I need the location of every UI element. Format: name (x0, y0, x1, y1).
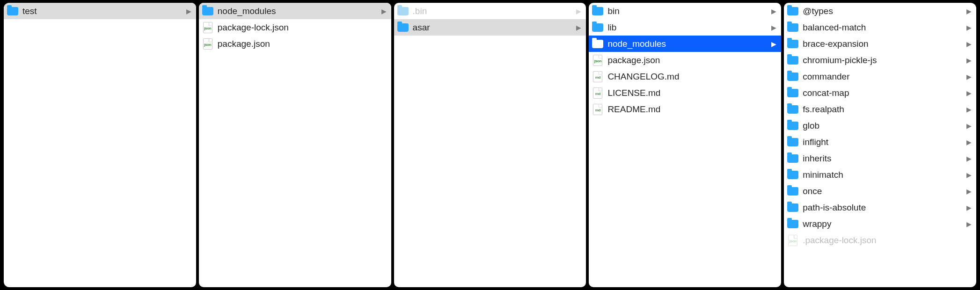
finder-columns: test▶node_modules▶jsonpackage-lock.jsonj… (4, 3, 976, 287)
folder-row-lib[interactable]: lib▶ (589, 19, 781, 36)
item-label: concat-map (803, 88, 963, 98)
item-label: test (22, 6, 183, 16)
folder-row-balanced-match[interactable]: balanced-match▶ (784, 19, 976, 36)
folder-row-chromium-pickle-js[interactable]: chromium-pickle-js▶ (784, 52, 976, 68)
chevron-right-icon: ▶ (966, 188, 972, 195)
file-row-package-json[interactable]: jsonpackage.json (589, 52, 781, 68)
folder-icon-shape (787, 72, 798, 81)
folder-icon (787, 186, 799, 196)
folder-icon (787, 203, 799, 213)
item-label: glob (803, 121, 963, 131)
file-icon-shape: json (593, 55, 602, 66)
item-label: asar (413, 22, 573, 33)
chevron-right-icon: ▶ (771, 24, 776, 31)
folder-row-glob[interactable]: glob▶ (784, 117, 976, 134)
folder-row-minimatch[interactable]: minimatch▶ (784, 167, 976, 183)
folder-row-node-modules[interactable]: node_modules▶ (589, 36, 781, 52)
folder-icon (592, 6, 604, 16)
finder-column: .bin▶asar▶ (394, 3, 586, 287)
folder-icon (787, 88, 799, 98)
folder-icon-shape (787, 105, 798, 114)
folder-icon-shape (202, 7, 213, 15)
folder-icon-shape (787, 154, 798, 163)
item-label: node_modules (607, 39, 768, 49)
folder-icon (592, 22, 604, 33)
folder-icon (397, 22, 409, 33)
finder-column: node_modules▶jsonpackage-lock.jsonjsonpa… (199, 3, 391, 287)
file-row-package-json[interactable]: jsonpackage.json (199, 36, 391, 52)
file-type-tag: json (790, 239, 797, 243)
folder-icon-shape (397, 23, 409, 32)
chevron-right-icon: ▶ (771, 40, 776, 48)
folder-icon-shape (787, 7, 798, 15)
item-label: wrappy (803, 219, 963, 229)
folder-row-test[interactable]: test▶ (4, 3, 196, 19)
file-type-tag: json (594, 59, 601, 63)
folder-icon-shape (787, 122, 798, 130)
folder-icon-shape (787, 40, 798, 48)
chevron-right-icon: ▶ (966, 171, 972, 179)
file-icon-shape: json (203, 22, 212, 33)
folder-row-asar[interactable]: asar▶ (394, 19, 586, 36)
file-row-package-lock-json[interactable]: json.package-lock.json (784, 232, 976, 248)
item-label: LICENSE.md (607, 88, 776, 98)
folder-icon-shape (592, 7, 603, 15)
finder-column: bin▶lib▶node_modules▶jsonpackage.jsonmdC… (589, 3, 781, 287)
item-label: .package-lock.json (803, 235, 972, 246)
folder-row-inflight[interactable]: inflight▶ (784, 134, 976, 150)
chevron-right-icon: ▶ (966, 155, 972, 162)
file-row-license-md[interactable]: mdLICENSE.md (589, 85, 781, 101)
chevron-right-icon: ▶ (966, 122, 972, 130)
folder-row-wrappy[interactable]: wrappy▶ (784, 216, 976, 232)
chevron-right-icon: ▶ (966, 40, 972, 48)
folder-row-path-is-absolute[interactable]: path-is-absolute▶ (784, 199, 976, 216)
file-type-tag: json (204, 26, 211, 30)
file-icon-shape: md (593, 87, 602, 99)
chevron-right-icon: ▶ (576, 7, 581, 15)
file-row-package-lock-json[interactable]: jsonpackage-lock.json (199, 19, 391, 36)
file-icon-shape: json (788, 235, 797, 246)
item-label: bin (607, 6, 768, 16)
item-label: @types (803, 6, 963, 16)
file-icon-shape: json (203, 38, 212, 50)
item-label: package.json (607, 55, 776, 65)
folder-row-commander[interactable]: commander▶ (784, 68, 976, 85)
file-icon: md (592, 72, 604, 82)
file-icon-shape: md (593, 71, 602, 82)
folder-icon (787, 55, 799, 65)
file-icon: md (592, 88, 604, 98)
item-label: .bin (413, 6, 573, 16)
file-row-readme-md[interactable]: mdREADME.md (589, 101, 781, 117)
folder-row-concat-map[interactable]: concat-map▶ (784, 85, 976, 101)
finder-column: @types▶balanced-match▶brace-expansion▶ch… (784, 3, 976, 287)
folder-row-fs-realpath[interactable]: fs.realpath▶ (784, 101, 976, 117)
folder-row-once[interactable]: once▶ (784, 183, 976, 199)
folder-row-node-modules[interactable]: node_modules▶ (199, 3, 391, 19)
folder-icon (787, 170, 799, 180)
folder-icon (787, 22, 799, 33)
folder-icon-shape (397, 7, 409, 15)
chevron-right-icon: ▶ (966, 24, 972, 31)
file-row-changelog-md[interactable]: mdCHANGELOG.md (589, 68, 781, 85)
folder-icon (787, 153, 799, 164)
item-label: commander (803, 72, 963, 82)
folder-icon-shape (787, 138, 798, 146)
chevron-right-icon: ▶ (966, 204, 972, 211)
chevron-right-icon: ▶ (966, 73, 972, 80)
folder-icon-shape (592, 23, 603, 32)
folder-icon (787, 137, 799, 147)
folder-icon (787, 121, 799, 131)
folder-row-bin[interactable]: .bin▶ (394, 3, 586, 19)
folder-row-bin[interactable]: bin▶ (589, 3, 781, 19)
folder-icon (592, 39, 604, 49)
file-type-tag: md (595, 92, 600, 96)
chevron-right-icon: ▶ (966, 138, 972, 146)
folder-row-inherits[interactable]: inherits▶ (784, 150, 976, 167)
folder-row-brace-expansion[interactable]: brace-expansion▶ (784, 36, 976, 52)
file-icon: json (787, 235, 799, 246)
file-icon: md (592, 104, 604, 115)
item-label: brace-expansion (803, 39, 963, 49)
file-icon-shape: md (593, 104, 602, 115)
folder-icon (7, 6, 19, 16)
folder-row-types[interactable]: @types▶ (784, 3, 976, 19)
